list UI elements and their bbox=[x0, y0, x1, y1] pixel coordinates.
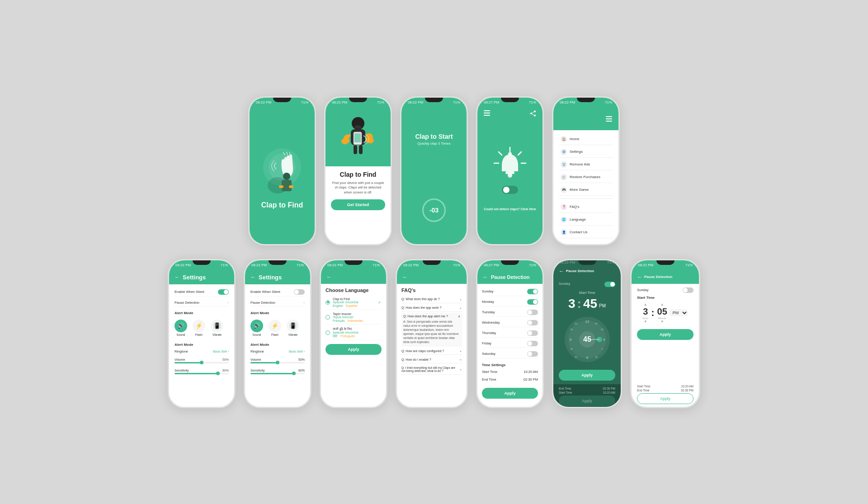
chevron-down-icon: ⌄ bbox=[459, 297, 462, 301]
status-bar: 08:22 PM 71% bbox=[553, 98, 618, 108]
back-button-pause[interactable]: ← bbox=[483, 274, 488, 280]
faq-item-1[interactable]: Q: What does this app do ? ⌄ bbox=[401, 296, 462, 303]
sunday-toggle-light[interactable] bbox=[683, 287, 693, 293]
menu-item-remove-ads[interactable]: 🗑️ Remove Ads bbox=[559, 159, 613, 170]
ringtone-row-2[interactable]: Ringtone Basic Bell › bbox=[250, 349, 305, 353]
apply-button-dark[interactable]: Apply bbox=[559, 370, 615, 381]
sunday-dark-toggle[interactable] bbox=[604, 282, 615, 287]
splash-content: Clap to Find bbox=[250, 108, 315, 244]
faq-body: FAQ's Q: What does this app do ? ⌄ Q: Ho… bbox=[397, 284, 467, 407]
status-bar: 08:22 PM 71% bbox=[401, 98, 467, 108]
faq-q-3: Q: How does the app alert me ? ∧ bbox=[403, 315, 460, 318]
apply-button-light[interactable]: Apply bbox=[637, 329, 693, 340]
friday-toggle[interactable] bbox=[527, 341, 538, 346]
volume-slider-thumb-2 bbox=[276, 361, 279, 364]
countdown-value: -03 bbox=[429, 207, 439, 214]
pause-detection-row[interactable]: Pause Detection › bbox=[175, 299, 229, 306]
pause-light-header-row: ← Pause Detection bbox=[637, 274, 693, 280]
settings-header: ← Settings bbox=[169, 270, 234, 284]
hamburger-icon[interactable] bbox=[484, 110, 490, 116]
hour-spinner[interactable]: ▲ 3 Hour ▼ bbox=[642, 302, 648, 324]
back-button[interactable]: ← bbox=[250, 274, 256, 280]
notch bbox=[501, 260, 519, 265]
thursday-toggle[interactable] bbox=[527, 330, 538, 336]
enable-silent-toggle-2[interactable] bbox=[294, 289, 305, 295]
lang-radio-1[interactable] bbox=[326, 300, 330, 305]
back-button-faq[interactable]: ← bbox=[402, 274, 408, 280]
menu-item-more-game[interactable]: 🎮 More Game bbox=[559, 184, 613, 196]
apply-button-lang[interactable]: Apply bbox=[326, 344, 382, 355]
apply-button-lang-container: Apply bbox=[326, 344, 382, 355]
ringtone-row[interactable]: Ringtone Basic Bell › bbox=[175, 349, 229, 353]
sensitivity-slider[interactable] bbox=[175, 373, 229, 374]
menu-hamburger-icon[interactable] bbox=[606, 116, 612, 122]
apply-button-pause[interactable]: Apply bbox=[482, 388, 538, 399]
faq-item-4[interactable]: Q: How are claps configured ? ⌄ bbox=[401, 347, 462, 355]
svg-rect-31 bbox=[508, 152, 512, 155]
start-time-label: Start Time bbox=[482, 370, 497, 374]
minute-spinner[interactable]: ▲ 05 Minute ▼ bbox=[657, 302, 667, 324]
pause-detection-row-2[interactable]: Pause Detection › bbox=[250, 299, 305, 306]
alert-mode-icons-2: 🔊 Sound ⚡ Flash 📳 Vibrate bbox=[250, 320, 305, 336]
faq-item-3[interactable]: Q: How does the app alert me ? ∧ A: Sed … bbox=[401, 313, 462, 347]
menu-item-contact[interactable]: 👤 Contact Us bbox=[559, 227, 613, 238]
time: 08:22 PM bbox=[175, 263, 191, 267]
back-button[interactable]: ← bbox=[175, 274, 180, 280]
menu-item-settings[interactable]: ⚙️ Settings bbox=[559, 146, 613, 158]
flash-option-2[interactable]: ⚡ Flash bbox=[269, 320, 281, 336]
menu-item-language[interactable]: 🌐 Language bbox=[559, 214, 613, 226]
toggle-knob bbox=[528, 320, 532, 325]
end-time-label: End Time bbox=[482, 377, 496, 382]
detection-toggle[interactable] bbox=[502, 186, 518, 194]
phone-pause-dark: 08:22 PM 71% ← Pause Detection Sunday St… bbox=[552, 259, 622, 408]
faq-item-5[interactable]: Q: How do I enable ? ⌄ bbox=[401, 356, 462, 363]
faq-item-2[interactable]: Q: How does the app work ? ⌄ bbox=[401, 304, 462, 312]
menu-item-faq[interactable]: ❓ FAQ's bbox=[559, 202, 613, 213]
sunday-toggle[interactable] bbox=[527, 289, 538, 294]
apply-button-dark-bottom[interactable]: Apply bbox=[559, 396, 615, 406]
status-bar: 08:22 PM 71% bbox=[553, 260, 621, 264]
share-icon[interactable] bbox=[530, 110, 536, 118]
sunday-row: Sunday bbox=[482, 287, 538, 296]
enable-silent-toggle[interactable] bbox=[218, 289, 229, 295]
phone-clap-start: 08:22 PM 71% Clap to Start Quickly clap … bbox=[400, 96, 468, 245]
apply-button-outline[interactable]: Apply bbox=[637, 393, 693, 404]
menu-item-home[interactable]: 🏠 Home bbox=[559, 134, 613, 145]
language-row-3[interactable]: ताली ढूंढे के लिए Aplaudir encontrar हिं… bbox=[326, 325, 382, 340]
volume-slider-2[interactable] bbox=[250, 362, 305, 363]
back-button-lang[interactable]: ← bbox=[326, 274, 332, 280]
get-started-button[interactable]: Get Started bbox=[331, 199, 385, 210]
menu-restore-label: Restore Purchases bbox=[570, 175, 600, 179]
back-button-pd[interactable]: ← bbox=[559, 268, 564, 274]
language-row-1[interactable]: Clap to Find Aplaudir encontrar English … bbox=[326, 296, 382, 310]
faq-header: ← bbox=[397, 270, 467, 284]
faq-item-6[interactable]: Q: I tried everything but still my Claps… bbox=[401, 364, 462, 375]
wednesday-toggle[interactable] bbox=[527, 320, 538, 325]
language-row-2[interactable]: Taper trouver Tepuk mencari Français Ind… bbox=[326, 311, 382, 325]
click-here-link[interactable]: Click Here bbox=[521, 207, 536, 211]
vibrate-option-2[interactable]: 📳 Vibrate bbox=[287, 320, 299, 336]
menu-item-restore[interactable]: 🛒 Restore Purchases bbox=[559, 172, 613, 183]
notch bbox=[501, 98, 519, 102]
faq-icon: ❓ bbox=[561, 204, 567, 210]
lang-radio-3[interactable] bbox=[326, 330, 330, 335]
clock-picker-dark[interactable]: 12 3 6 9 55 00 5 50 45 40 35 30 bbox=[562, 315, 612, 364]
sensitivity-slider-2[interactable] bbox=[250, 373, 305, 374]
volume-slider[interactable] bbox=[175, 362, 229, 363]
sound-option[interactable]: 🔊 Sound bbox=[175, 320, 187, 336]
start-label-footer: Start Time bbox=[637, 385, 651, 388]
pause-light-footer: Start Time 10:20 AM End Time 02:30 PM Ap… bbox=[632, 382, 699, 407]
tuesday-toggle[interactable] bbox=[527, 310, 538, 315]
flash-option[interactable]: ⚡ Flash bbox=[193, 320, 205, 336]
language-body: Choose Language Clap to Find Aplaudir en… bbox=[321, 284, 386, 407]
svg-line-22 bbox=[532, 112, 534, 113]
lang-radio-2[interactable] bbox=[326, 315, 330, 320]
saturday-toggle[interactable] bbox=[527, 351, 538, 357]
sound-icon-2: 🔊 bbox=[250, 320, 263, 332]
monday-toggle[interactable] bbox=[527, 299, 538, 305]
back-button-pl[interactable]: ← bbox=[637, 274, 642, 280]
vibrate-option[interactable]: 📳 Vibrate bbox=[211, 320, 223, 336]
chevron-down-icon-4: ⌄ bbox=[459, 349, 462, 353]
sound-option-2[interactable]: 🔊 Sound bbox=[250, 320, 263, 336]
ampm-select[interactable]: PM AM bbox=[669, 309, 688, 316]
